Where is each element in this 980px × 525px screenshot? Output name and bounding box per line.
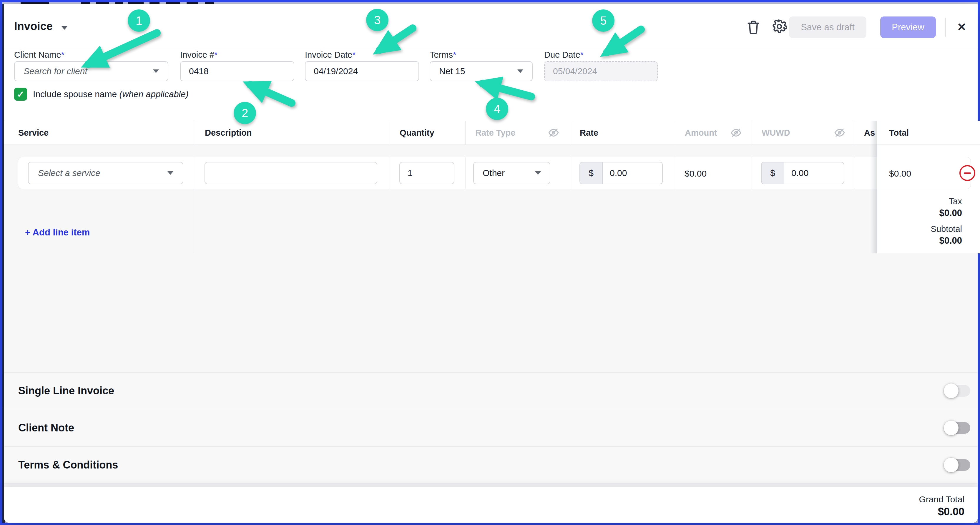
screen: Invoice Save as draft Preview ✕ Client N… [0,0,980,525]
footer-bar: Grand Total $0.00 [4,487,978,523]
subtotal-value: $0.00 [939,235,962,246]
row-total-value: $0.00 [889,169,911,179]
col-header-rate: Rate [570,121,675,145]
invoice-type-dropdown[interactable]: Invoice [14,20,52,33]
rate-input-group[interactable]: $ 0.00 [579,162,663,184]
save-as-draft-button[interactable]: Save as draft [789,16,866,38]
col-header-quantity: Quantity [390,121,465,145]
section-label: Client Note [18,422,74,434]
chevron-down-icon [167,171,173,175]
preview-button[interactable]: Preview [880,16,936,38]
sticky-column-shadow [870,121,877,253]
col-header-total: Total [889,128,909,138]
due-date-input: 05/04/2024 [544,61,658,81]
include-spouse-checkbox[interactable]: ✓ [14,88,27,101]
chevron-down-icon [517,70,523,73]
description-input[interactable] [205,162,377,184]
column-divider [195,189,195,253]
quantity-input[interactable]: 1 [399,162,454,184]
section-label: Single Line Invoice [18,385,114,397]
eye-slash-icon[interactable] [730,127,742,139]
wuwd-input-group[interactable]: $ 0.00 [761,162,844,184]
section-label: Terms & Conditions [18,459,118,471]
step-badge-5: 5 [592,10,614,32]
step-badge-4: 4 [486,98,508,120]
include-spouse-label: Include spouse name (when applicable) [33,89,189,99]
eye-slash-icon[interactable] [547,127,560,139]
wuwd-input: 0.00 [784,162,808,184]
header-divider [4,48,978,48]
client-name-select[interactable]: Search for client [14,61,168,81]
rate-input: 0.00 [603,162,627,184]
chevron-down-icon [153,70,159,73]
invoice-date-label: Invoice Date* [305,50,356,60]
eye-slash-icon[interactable] [834,127,846,139]
invoice-date-input[interactable]: 04/19/2024 [305,61,419,81]
invoice-number-label: Invoice #* [180,50,218,60]
step-badge-2: 2 [234,102,256,124]
remove-line-item-button[interactable] [959,165,975,181]
single-line-invoice-toggle[interactable] [945,385,970,397]
terms-label: Terms* [430,50,456,60]
gear-icon [772,19,787,34]
subtotal-label: Subtotal [931,224,962,234]
grand-total-value: $0.00 [938,506,964,518]
due-date-label: Due Date* [544,50,584,60]
delete-invoice-button[interactable] [746,19,761,35]
col-header-service: Service [4,121,195,145]
toolbar-divider [945,18,946,37]
section-client-note: Client Note [4,409,978,446]
chevron-down-icon [535,171,541,175]
step-badge-1: 1 [128,10,150,32]
grand-total-label: Grand Total [919,495,964,504]
close-button[interactable]: ✕ [954,19,969,35]
currency-prefix: $ [762,162,784,184]
section-single-line-invoice: Single Line Invoice [4,372,978,409]
client-note-toggle[interactable] [945,422,970,434]
settings-button[interactable] [772,19,787,34]
chevron-down-icon [61,26,68,30]
add-line-item-link[interactable]: + Add line item [25,227,90,238]
client-name-label: Client Name* [14,50,64,60]
amount-value: $0.00 [684,169,706,179]
tax-value: $0.00 [939,208,962,218]
currency-prefix: $ [580,162,603,184]
rate-type-select[interactable]: Other [473,162,550,184]
terms-select[interactable]: Net 15 [430,61,533,81]
step-badge-3: 3 [366,9,388,31]
tax-label: Tax [949,197,962,206]
col-header-description: Description [195,121,390,145]
trash-icon [746,19,761,35]
terms-conditions-toggle[interactable] [945,459,970,471]
service-select[interactable]: Select a service [28,162,183,184]
section-terms-conditions: Terms & Conditions [4,446,978,484]
invoice-number-input[interactable]: 0418 [180,61,294,81]
